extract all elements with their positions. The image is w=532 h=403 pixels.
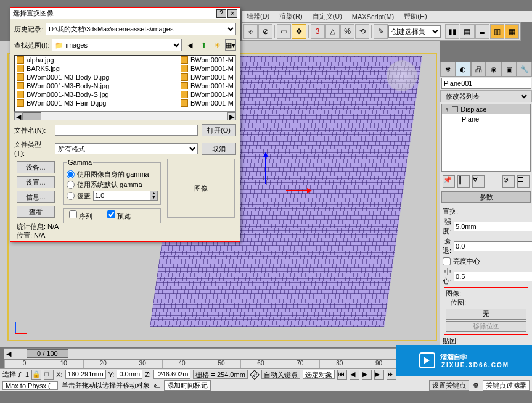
isolate-icon[interactable]: □ (44, 370, 54, 380)
close-icon[interactable]: ✕ (227, 9, 237, 18)
move-icon[interactable]: ✥ (292, 24, 306, 39)
tab-motion-icon[interactable]: ◉ (486, 62, 501, 77)
file-item[interactable]: BWom0001-M (179, 81, 235, 90)
tab-create-icon[interactable]: ✱ (440, 62, 456, 77)
history-dropdown[interactable]: D:\我的文档\3dsMax\sceneassets\images (46, 23, 236, 35)
goto-end-icon[interactable]: ⏭ (387, 370, 396, 380)
gizmo-x-axis-icon[interactable] (286, 190, 311, 191)
tab-display-icon[interactable]: ▣ (501, 62, 517, 77)
file-item[interactable]: BWom0001-M (179, 64, 235, 73)
menu-graphite[interactable]: 辑器(D) (242, 12, 274, 21)
modifier-displace[interactable]: ♀Displace (442, 104, 530, 114)
decay-input[interactable] (454, 241, 532, 251)
key-filters-button[interactable]: 关键点过滤器 (483, 380, 530, 391)
file-item[interactable]: BWom0001-M3-Hair-D.jpg (15, 99, 179, 107)
preview-checkbox[interactable] (107, 210, 115, 218)
file-item[interactable]: alpha.jpg (15, 56, 179, 64)
3d-snap-icon[interactable]: 3 (311, 24, 325, 39)
object-name-field[interactable] (441, 78, 531, 89)
unlink-icon[interactable]: ⊘ (258, 24, 272, 39)
file-item[interactable]: BARK5.jpg (15, 64, 179, 73)
device-button[interactable]: 设备... (17, 161, 55, 173)
file-list[interactable]: alpha.jpg BARK5.jpg BWom0001-M3-Body-D.j… (14, 55, 236, 112)
time-tag-icon[interactable]: 🏷 (153, 382, 160, 389)
curve-editor-icon[interactable]: ▥ (490, 24, 504, 39)
angle-snap-icon[interactable]: △ (325, 24, 340, 39)
menu-render[interactable]: 渲染(R) (274, 12, 307, 21)
file-item[interactable]: BWom0001-M3-Body-N.jpg (15, 81, 179, 90)
menu-customize[interactable]: 自定义(U) (308, 12, 347, 21)
setup-button[interactable]: 设置... (17, 176, 55, 188)
sel-lock-icon[interactable]: 🔒 (31, 370, 41, 380)
new-folder-icon[interactable]: ✳ (211, 39, 223, 51)
lum-center-checkbox[interactable] (443, 257, 451, 265)
align-icon[interactable]: ▤ (460, 24, 474, 39)
link-icon[interactable]: ⟐ (243, 24, 258, 39)
add-time-tag[interactable]: 添加时间标记 (164, 380, 211, 391)
view-menu-icon[interactable]: ▦▾ (225, 39, 236, 51)
remove-mod-icon[interactable]: ⊘ (502, 175, 515, 188)
gamma-own-radio[interactable] (67, 170, 75, 178)
file-item[interactable]: BWom0001-M (179, 56, 235, 64)
schematic-icon[interactable]: ▦ (505, 24, 519, 39)
tab-modify-icon[interactable]: ◐ (456, 62, 471, 77)
open-button[interactable]: 打开(O) (202, 124, 236, 136)
center-input[interactable] (454, 272, 532, 281)
x-input[interactable]: 160.291mm (65, 370, 106, 379)
gizmo-z-axis-icon[interactable] (265, 153, 266, 184)
dialog-titlebar[interactable]: 选择置换图像 ? ✕ (10, 8, 240, 19)
gamma-override-input[interactable] (93, 191, 150, 201)
modifier-list-dropdown[interactable]: 修改器列表 (443, 92, 529, 101)
script-listener[interactable]: Max to Physx ( (2, 381, 58, 390)
configure-sets-icon[interactable]: ☰ (517, 175, 530, 188)
file-item[interactable]: BWom0001-M (179, 90, 235, 99)
back-icon[interactable]: ◀ (184, 39, 195, 51)
filename-input[interactable] (55, 125, 198, 136)
layers-icon[interactable]: ≣ (475, 24, 489, 39)
tab-utilities-icon[interactable]: 🔧 (517, 62, 532, 77)
mirror-icon[interactable]: ▮▮ (445, 24, 459, 39)
menu-help[interactable]: 帮助(H) (399, 12, 432, 21)
tab-hierarchy-icon[interactable]: 品 (471, 62, 486, 77)
modifier-plane[interactable]: Plane (442, 114, 530, 124)
next-frame-icon[interactable]: ▶ (374, 370, 384, 380)
cancel-button[interactable]: 取消 (202, 143, 236, 155)
file-item[interactable]: BWom0001-M3-Body-D.jpg (15, 73, 179, 81)
key-filters-icon[interactable]: ⚙ (473, 381, 479, 389)
time-ruler[interactable]: 0102030405060708090100 (4, 359, 438, 369)
filetype-dropdown[interactable]: 所有格式 (55, 143, 198, 154)
make-unique-icon[interactable]: ∀ (472, 175, 485, 188)
set-key-button[interactable]: 设置关键点 (429, 380, 469, 391)
goto-start-icon[interactable]: ⏮ (337, 370, 347, 380)
key-target-dropdown[interactable]: 选定对象 (303, 370, 335, 379)
up-folder-icon[interactable]: ⬆ (198, 39, 209, 51)
select-icon[interactable]: ▭ (277, 24, 291, 39)
spinner-snap-icon[interactable]: ⟲ (355, 24, 369, 39)
file-item[interactable]: BWom0001-M3-Body-S.jpg (15, 90, 179, 99)
sequence-checkbox[interactable] (69, 210, 77, 218)
bitmap-none-button[interactable]: 无 (446, 309, 526, 320)
file-item[interactable]: BWom0001-M (179, 99, 235, 107)
percent-snap-icon[interactable]: % (340, 24, 354, 39)
play-icon[interactable]: ▶ (362, 370, 372, 380)
file-item[interactable]: BWom0001-M (179, 73, 235, 81)
pin-stack-icon[interactable]: 📌 (443, 175, 455, 188)
prev-frame-icon[interactable]: ◀ (350, 370, 359, 380)
key-mode-icon[interactable]: ⚿ (248, 368, 261, 381)
auto-key-button[interactable]: 自动关键点 (261, 370, 300, 379)
strength-input[interactable] (454, 222, 532, 231)
view-button[interactable]: 查看 (17, 206, 55, 218)
gamma-override-spinner[interactable]: ▲▼ (150, 191, 158, 201)
help-icon[interactable]: ? (216, 9, 226, 18)
info-button[interactable]: 信息... (17, 191, 55, 203)
file-list-hscroll[interactable]: ◀▶ (14, 112, 236, 120)
time-slider[interactable]: ◀ 0 / 100 ▶ (4, 348, 438, 359)
named-sel-edit-icon[interactable]: ✎ (374, 24, 388, 39)
z-input[interactable]: -246.602m (153, 370, 191, 379)
gamma-system-radio[interactable] (67, 181, 75, 189)
rollout-parameters-header[interactable]: 参数 (441, 191, 531, 203)
show-end-result-icon[interactable]: ║ (457, 175, 470, 188)
modifier-stack[interactable]: ♀Displace Plane (441, 104, 531, 172)
lookin-dropdown[interactable]: 📁 images (52, 39, 182, 51)
named-selection-set[interactable]: 创建选择集 (388, 25, 441, 38)
